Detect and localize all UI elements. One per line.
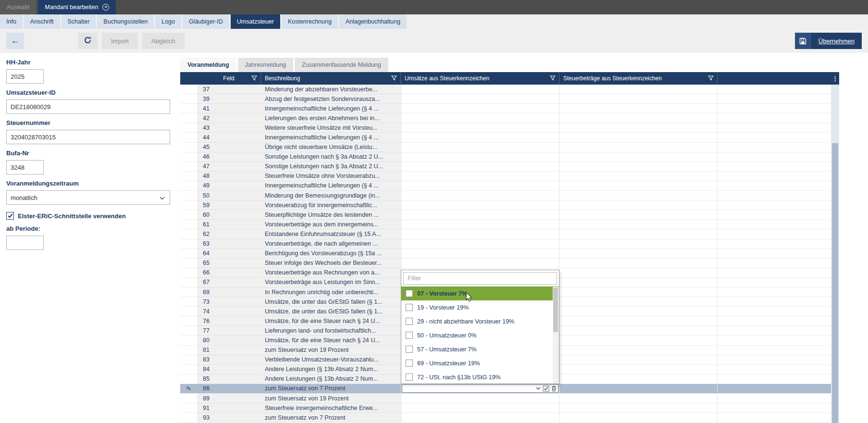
table-row[interactable]: ✎ 47 Sonstige Leistungen nach § 3a Absat…	[180, 162, 831, 172]
umsaetze-cell[interactable]	[401, 152, 559, 162]
table-row[interactable]: ✎ 65 Steuer infolge des Wechsels der Bes…	[180, 259, 831, 268]
steuerbetraege-cell[interactable]	[559, 268, 718, 278]
steuerbetraege-cell[interactable]	[559, 297, 718, 307]
steuerbetraege-cell[interactable]	[559, 172, 718, 181]
section-tab[interactable]: Gläubiger-ID	[183, 14, 229, 29]
umsaetze-cell[interactable]	[401, 181, 559, 191]
dropdown-filter-input[interactable]	[403, 272, 557, 285]
steuerbetraege-cell[interactable]	[559, 220, 718, 229]
header-steuerbetraege[interactable]: Steuerbeträge aus Steuerkennzeichen	[559, 72, 718, 85]
table-row[interactable]: ✎ 63 Vorsteuerbeträge, die nach allgemei…	[180, 239, 831, 249]
steuerbetraege-cell[interactable]	[559, 152, 718, 162]
option-checkbox[interactable]	[406, 373, 413, 381]
dropdown-option[interactable]: 72 - USt. nach §13b UStG 19%	[401, 370, 559, 384]
table-row[interactable]: ✎ 91 Steuerfreie innergemeinschaftliche …	[180, 403, 831, 413]
steuerbetraege-cell[interactable]	[559, 346, 718, 355]
table-row[interactable]: ✎ 62 Entstandene Einfuhrumsatzsteuer (§ …	[180, 229, 831, 239]
umsaetze-cell[interactable]	[401, 104, 559, 113]
tab-auswahl[interactable]: Auswahl	[0, 0, 36, 14]
umsaetze-cell[interactable]	[401, 200, 559, 210]
table-row[interactable]: ✎ 59 Vorsteuerabzug für innergemeinschaf…	[180, 200, 831, 210]
table-row[interactable]: ✎ 89 zum Steuersatz von 19 Prozent	[180, 394, 831, 403]
filter-icon[interactable]	[391, 75, 397, 82]
back-button[interactable]: ←	[6, 33, 24, 49]
section-tab[interactable]: Schalter	[62, 14, 96, 29]
elster-checkbox[interactable]	[6, 212, 14, 220]
table-row[interactable]: ✎ 86 zum Steuersatz von 7 Prozent	[180, 384, 831, 394]
umsaetze-cell[interactable]	[401, 162, 559, 172]
editor-apply-icon[interactable]	[543, 386, 549, 392]
header-feld[interactable]: Feld	[197, 72, 261, 85]
steuerbetraege-cell[interactable]	[559, 200, 718, 210]
steuerbetraege-cell[interactable]	[559, 181, 718, 191]
steuerbetraege-cell[interactable]	[559, 191, 718, 200]
table-row[interactable]: ✎ 60 Steuerpflichtige Umsätze des leiste…	[180, 210, 831, 220]
steuerbetraege-cell[interactable]	[559, 113, 718, 123]
umsaetze-cell[interactable]	[401, 94, 559, 104]
dropdown-scrollbar-thumb[interactable]	[553, 288, 558, 332]
dropdown-option[interactable]: 07 - Vorsteuer 7%	[401, 286, 559, 300]
steuerbetraege-cell[interactable]	[559, 287, 718, 297]
editor-delete-icon[interactable]	[551, 386, 557, 392]
steuerbetraege-cell[interactable]	[559, 374, 718, 384]
steuerbetraege-cell[interactable]	[559, 210, 718, 220]
section-tab[interactable]: Umsatzsteuer	[231, 14, 280, 29]
option-checkbox[interactable]	[406, 346, 413, 353]
steuerbetraege-cell[interactable]	[559, 85, 718, 94]
abgleich-button[interactable]: Abgleich	[142, 33, 185, 49]
steuerbetraege-cell[interactable]	[559, 133, 718, 142]
dropdown-option[interactable]: 19 - Vorsteuer 19%	[401, 300, 559, 314]
steuerbetraege-cell[interactable]	[559, 326, 718, 336]
ab-periode-input[interactable]	[6, 236, 44, 250]
steuerbetraege-cell[interactable]	[559, 143, 718, 152]
steuerbetraege-cell[interactable]	[559, 413, 718, 423]
filter-icon[interactable]	[550, 75, 556, 82]
column-options-icon[interactable]: ⋮	[831, 72, 839, 85]
table-row[interactable]: ✎ 64 Berichtigung des Vorsteuerabzugs (§…	[180, 249, 831, 259]
umsaetze-cell[interactable]	[401, 403, 559, 413]
umsaetze-cell[interactable]	[401, 210, 559, 220]
steuerbetraege-cell[interactable]	[559, 403, 718, 413]
steuerbetraege-cell[interactable]	[559, 123, 718, 133]
section-tab[interactable]: Logo	[155, 14, 181, 29]
option-checkbox[interactable]	[406, 332, 413, 339]
table-row[interactable]: ✎ 46 Sonstige Leistungen nach § 3a Absat…	[180, 152, 831, 162]
option-checkbox[interactable]	[406, 360, 413, 367]
editor-chevron-down-icon[interactable]	[536, 387, 541, 390]
section-tab[interactable]: Info	[0, 14, 23, 29]
umsaetze-cell[interactable]	[401, 133, 559, 142]
section-tab[interactable]: Kostenrechnung	[282, 14, 338, 29]
table-row[interactable]: ✎ 49 Innergemeinschaftliche Lieferungen …	[180, 181, 831, 191]
zeitraum-select[interactable]: monatlich	[6, 190, 170, 205]
import-button[interactable]: Import	[102, 33, 138, 49]
meldung-sub-tab[interactable]: Jahresmeldung	[238, 58, 293, 72]
table-row[interactable]: ✎ 61 Vorsteuerbeträge aus dem innergemei…	[180, 220, 831, 229]
umsaetze-cell[interactable]	[401, 413, 559, 423]
steuerbetraege-cell[interactable]	[559, 316, 718, 326]
umsaetze-cell[interactable]	[401, 143, 559, 152]
umsaetze-cell[interactable]	[401, 172, 559, 181]
umsaetze-cell[interactable]	[401, 249, 559, 259]
scrollbar-thumb[interactable]	[832, 143, 838, 423]
umsaetze-cell[interactable]	[401, 191, 559, 200]
steuerbetraege-cell[interactable]	[559, 355, 718, 365]
table-row[interactable]: ✎ 45 Übrige nicht steuerbare Umsätze (Le…	[180, 143, 831, 152]
tab-mandant-bearbeiten[interactable]: Mandant bearbeiten ✕	[38, 0, 116, 14]
table-row[interactable]: ✎ 93 zum Steuersatz von 7 Prozent	[180, 413, 831, 423]
refresh-button[interactable]	[78, 33, 98, 49]
ust-id-input[interactable]	[6, 100, 170, 114]
close-tab-icon[interactable]: ✕	[102, 4, 109, 11]
table-row[interactable]: ✎ 48 Steuerfreie Umsätze ohne Vorsteuera…	[180, 172, 831, 181]
umsaetze-cell[interactable]	[401, 113, 559, 123]
filter-icon[interactable]	[708, 75, 714, 82]
dropdown-option[interactable]: 50 - Umsatzsteuer 0%	[401, 328, 559, 342]
steuernummer-input[interactable]	[6, 130, 170, 144]
steuerbetraege-cell[interactable]	[559, 336, 718, 345]
steuerbetraege-cell[interactable]	[559, 307, 718, 316]
filter-icon[interactable]	[251, 75, 257, 82]
umsaetze-cell[interactable]	[401, 85, 559, 94]
table-row[interactable]: ✎ 50 Minderung der Bemessungsgrundlage (…	[180, 191, 831, 200]
dropdown-option[interactable]: 69 - Umsatzsteuer 19%	[401, 356, 559, 370]
umsaetze-cell[interactable]	[401, 394, 559, 403]
umsaetze-cell[interactable]	[401, 239, 559, 249]
